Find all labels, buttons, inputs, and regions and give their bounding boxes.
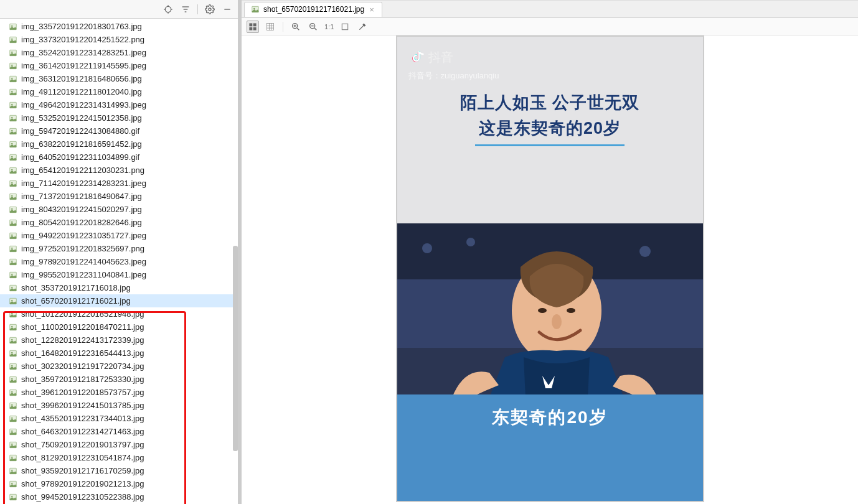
image-file-icon bbox=[9, 22, 17, 31]
image-file-icon bbox=[9, 114, 17, 123]
file-item[interactable]: shot_12282019122413172339.jpg bbox=[0, 334, 238, 347]
file-item[interactable]: img_53252019122415012358.jpg bbox=[0, 111, 238, 124]
file-item[interactable]: shot_30232019121917220734.jpg bbox=[0, 360, 238, 373]
file-item[interactable]: img_97252019122018325697.png bbox=[0, 242, 238, 255]
image-file-icon bbox=[9, 101, 17, 110]
scrollbar-thumb[interactable] bbox=[233, 246, 238, 451]
file-item[interactable]: img_33732019122014251522.png bbox=[0, 33, 238, 46]
filter-icon[interactable] bbox=[180, 4, 191, 15]
main-area: shot_65702019121716021.jpg × 1:1 bbox=[242, 0, 858, 504]
file-item[interactable]: img_64052019122311034899.gif bbox=[0, 151, 238, 164]
image-file-icon bbox=[9, 441, 17, 449]
file-name: shot_35372019121716018.jpg bbox=[21, 283, 131, 292]
file-item[interactable]: img_36312019121816480656.jpg bbox=[0, 72, 238, 85]
svg-point-41 bbox=[11, 221, 12, 222]
svg-point-59 bbox=[11, 338, 12, 340]
svg-point-75 bbox=[11, 443, 12, 444]
svg-point-85 bbox=[253, 8, 255, 9]
tab-close-icon[interactable]: × bbox=[368, 5, 375, 14]
svg-point-106 bbox=[422, 243, 432, 253]
image-viewer[interactable]: 抖音 抖音号：zuiguanyulanqiu 陌上人如玉 公子世无双 这是东契奇… bbox=[242, 35, 858, 504]
svg-point-61 bbox=[11, 352, 12, 353]
svg-line-100 bbox=[314, 28, 316, 30]
file-item[interactable]: shot_35372019121716018.jpg bbox=[0, 281, 238, 294]
fit-window-icon[interactable] bbox=[247, 21, 259, 33]
file-name: shot_39612019122018573757.jpg bbox=[21, 388, 144, 397]
svg-point-53 bbox=[11, 299, 12, 301]
file-item[interactable]: shot_10122019122018521948.jpg bbox=[0, 307, 238, 320]
zoom-actual-size[interactable]: 1:1 bbox=[324, 23, 334, 30]
file-name: img_63822019121816591452.jpg bbox=[21, 139, 142, 149]
svg-point-71 bbox=[11, 417, 12, 418]
file-item[interactable]: shot_43552019122317344013.jpg bbox=[0, 412, 238, 425]
eyedropper-icon[interactable] bbox=[356, 21, 369, 33]
image-file-icon bbox=[9, 454, 17, 462]
file-name: img_59472019122413084880.gif bbox=[21, 126, 139, 136]
file-item[interactable]: img_36142019122119145595.jpeg bbox=[0, 59, 238, 72]
minimize-icon[interactable] bbox=[222, 4, 233, 15]
svg-rect-86 bbox=[249, 23, 252, 26]
sidebar-toolbar bbox=[0, 0, 238, 19]
image-file-icon bbox=[9, 349, 17, 358]
file-item[interactable]: img_71142019122314283231.jpeg bbox=[0, 177, 238, 190]
file-item[interactable]: shot_64632019122314271463.jpg bbox=[0, 425, 238, 438]
file-item[interactable]: img_59472019122413084880.gif bbox=[0, 124, 238, 138]
svg-point-8 bbox=[209, 8, 211, 11]
file-item[interactable]: img_33572019122018301763.jpg bbox=[0, 20, 238, 33]
tab-title: shot_65702019121716021.jpg bbox=[263, 5, 364, 14]
svg-point-108 bbox=[639, 246, 651, 257]
svg-point-35 bbox=[11, 182, 12, 183]
svg-point-25 bbox=[11, 116, 12, 118]
file-item[interactable]: shot_35972019121817253330.jpg bbox=[0, 373, 238, 386]
file-name: shot_97892019122019021213.jpg bbox=[21, 479, 144, 488]
svg-rect-90 bbox=[266, 23, 273, 30]
file-name: img_36142019122119145595.jpeg bbox=[21, 61, 146, 70]
file-item[interactable]: shot_11002019122018470211.jpg bbox=[0, 320, 238, 334]
file-item[interactable]: img_49112019122118012040.jpg bbox=[0, 85, 238, 98]
image-file-icon bbox=[9, 166, 17, 175]
image-file-icon bbox=[9, 192, 17, 201]
gear-icon[interactable] bbox=[204, 4, 215, 15]
file-list[interactable]: img_33572019122018301763.jpgimg_33732019… bbox=[0, 19, 238, 504]
grid-icon[interactable] bbox=[264, 21, 276, 33]
file-name: shot_65702019121716021.jpg bbox=[21, 296, 131, 306]
file-item[interactable]: shot_97892019122019021213.jpg bbox=[0, 477, 238, 490]
file-item[interactable]: shot_93592019121716170259.jpg bbox=[0, 464, 238, 477]
image-file-icon bbox=[9, 75, 17, 83]
file-name: shot_10122019122018521948.jpg bbox=[21, 309, 144, 319]
svg-rect-88 bbox=[249, 27, 252, 30]
title-line-1: 陌上人如玉 公子世无双 bbox=[397, 90, 703, 116]
file-item[interactable]: shot_39612019122018573757.jpg bbox=[0, 386, 238, 399]
file-item[interactable]: img_99552019122311040841.jpeg bbox=[0, 268, 238, 281]
image-file-icon bbox=[9, 49, 17, 57]
file-item[interactable]: shot_65702019121716021.jpg bbox=[0, 294, 238, 307]
file-item[interactable]: img_80432019122415020297.jpg bbox=[0, 203, 238, 216]
file-item[interactable]: img_65412019122112030231.png bbox=[0, 164, 238, 177]
file-name: shot_11002019122018470211.jpg bbox=[21, 322, 144, 332]
file-item[interactable]: img_49642019122314314993.jpeg bbox=[0, 98, 238, 111]
image-preview: 抖音 抖音号：zuiguanyulanqiu 陌上人如玉 公子世无双 这是东契奇… bbox=[396, 35, 704, 502]
zoom-out-icon[interactable] bbox=[307, 21, 319, 33]
file-item[interactable]: img_94922019122310351727.jpeg bbox=[0, 229, 238, 242]
file-item[interactable]: shot_16482019122316544413.jpg bbox=[0, 347, 238, 360]
tab-active[interactable]: shot_65702019121716021.jpg × bbox=[244, 2, 382, 17]
zoom-in-icon[interactable] bbox=[290, 21, 302, 33]
target-icon[interactable] bbox=[163, 4, 174, 15]
file-item[interactable]: img_80542019122018282646.jpg bbox=[0, 216, 238, 229]
file-item[interactable]: img_35242019122314283251.jpeg bbox=[0, 46, 238, 59]
file-item[interactable]: img_71372019121816490647.jpg bbox=[0, 190, 238, 203]
image-file-icon bbox=[9, 336, 17, 345]
svg-point-55 bbox=[11, 312, 12, 314]
image-file-icon bbox=[9, 88, 17, 96]
file-name: shot_93592019121716170259.jpg bbox=[21, 466, 144, 475]
file-item[interactable]: shot_99452019122310522388.jpg bbox=[0, 490, 238, 503]
file-item[interactable]: img_63822019121816591452.jpg bbox=[0, 138, 238, 151]
file-item[interactable]: shot_81292019122310541874.jpg bbox=[0, 451, 238, 464]
image-file-icon bbox=[9, 179, 17, 188]
image-file-icon bbox=[9, 493, 17, 502]
fit-screen-icon[interactable] bbox=[339, 21, 351, 33]
file-item[interactable]: shot_75092019122019013797.jpg bbox=[0, 438, 238, 451]
image-file-icon bbox=[9, 310, 17, 319]
file-item[interactable]: img_97892019122414045623.jpeg bbox=[0, 255, 238, 268]
file-item[interactable]: shot_39962019122415013785.jpg bbox=[0, 399, 238, 412]
